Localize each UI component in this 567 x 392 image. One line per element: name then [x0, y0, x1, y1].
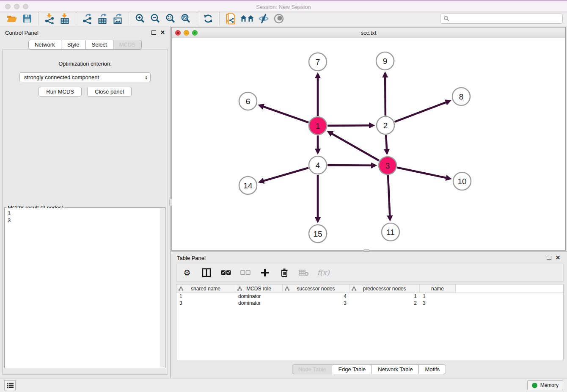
column-header-name[interactable]: name — [420, 284, 456, 293]
tab-node-table[interactable]: Node Table — [292, 364, 333, 374]
delete-button[interactable] — [279, 267, 290, 278]
graph-node-14[interactable]: 14 — [239, 177, 257, 194]
table-panel-tabs: Node TableEdge TableNetwork TableMotifs — [171, 364, 567, 374]
magnifier-plus-icon — [135, 13, 146, 24]
open-session-button[interactable] — [5, 12, 19, 25]
column-header-successor-nodes[interactable]: successor nodes — [283, 284, 350, 293]
graph-edge-3-1[interactable] — [328, 132, 379, 160]
graph-node-8[interactable]: 8 — [452, 88, 470, 105]
graph-edge-4-3[interactable] — [328, 165, 375, 166]
add-button[interactable] — [259, 267, 270, 278]
table-cell[interactable]: 2 — [350, 300, 420, 306]
zoom-out-button[interactable] — [149, 12, 162, 25]
graph-node-6[interactable]: 6 — [239, 92, 257, 110]
export-network-button[interactable] — [80, 12, 94, 25]
zoom-fit-button[interactable] — [164, 12, 177, 25]
graph-edge-1-6[interactable] — [259, 105, 308, 123]
graph-node-2[interactable]: 2 — [377, 116, 394, 134]
zoom-selected-button[interactable] — [179, 12, 193, 25]
graph-node-9[interactable]: 9 — [376, 52, 394, 70]
graph-node-7[interactable]: 7 — [309, 53, 327, 71]
deselect-all-rows-button[interactable] — [240, 267, 251, 278]
svg-text:2: 2 — [383, 121, 388, 130]
table-cell[interactable]: 4 — [283, 293, 350, 300]
tab-network[interactable]: Network — [28, 40, 61, 50]
graph-node-11[interactable]: 11 — [382, 223, 399, 241]
table-row[interactable]: 3dominator323 — [176, 300, 563, 306]
graph-node-3[interactable]: 3 — [379, 157, 396, 174]
tab-edge-table[interactable]: Edge Table — [332, 364, 372, 374]
search-input[interactable] — [450, 16, 560, 22]
graph-edge-1-2[interactable] — [328, 125, 373, 126]
table-cell[interactable]: 1 — [176, 293, 235, 300]
toggle-columns-button[interactable] — [201, 267, 212, 278]
criterion-selected-value: strongly connected component — [24, 74, 99, 80]
table-cell[interactable]: 3 — [283, 300, 350, 306]
graph-edge-4-14[interactable] — [260, 168, 308, 182]
save-session-button[interactable] — [20, 12, 34, 25]
import-table-button[interactable] — [58, 12, 72, 25]
graph-edge-3-11[interactable] — [388, 175, 390, 220]
mcds-result-scrollbar[interactable] — [160, 208, 165, 367]
import-network-icon — [44, 13, 55, 24]
node-table-body: 1dominator4113dominator323 — [176, 293, 563, 306]
select-all-rows-button[interactable] — [220, 267, 231, 278]
vertical-splitter-handle[interactable] — [169, 199, 172, 206]
refresh-button[interactable] — [201, 12, 215, 25]
function-builder-button-disabled[interactable]: f(x) — [318, 267, 329, 278]
close-panel-button[interactable]: Close panel — [87, 87, 132, 97]
run-mcds-button[interactable]: Run MCDS — [39, 87, 82, 97]
graph-edge-3-10[interactable] — [397, 168, 450, 179]
graph-edge-2-3[interactable] — [386, 135, 387, 153]
svg-text:8: 8 — [459, 92, 464, 101]
tab-motifs[interactable]: Motifs — [418, 364, 446, 374]
mcds-result-item[interactable]: 3 — [8, 217, 160, 224]
float-panel-icon[interactable] — [151, 30, 156, 35]
export-table-icon — [97, 13, 108, 24]
memory-button[interactable]: Memory — [527, 380, 563, 390]
homes-button[interactable] — [239, 12, 255, 25]
column-header-predecessor-nodes[interactable]: predecessor nodes — [350, 284, 420, 293]
table-cell[interactable]: 1 — [350, 293, 420, 300]
criterion-select[interactable]: strongly connected component ▲▼ — [19, 72, 151, 82]
graph-node-15[interactable]: 15 — [309, 225, 327, 243]
float-table-panel-icon[interactable] — [547, 256, 551, 260]
graph-node-1[interactable]: 1 — [309, 117, 327, 135]
show-all-button[interactable] — [272, 12, 286, 25]
table-cell[interactable]: 3 — [176, 300, 235, 306]
table-cell[interactable]: 1 — [420, 293, 456, 300]
document-network-icon — [225, 13, 236, 25]
close-panel-icon[interactable]: ✕ — [160, 30, 165, 35]
close-table-panel-icon[interactable]: ✕ — [556, 256, 560, 260]
tab-style[interactable]: Style — [61, 40, 86, 50]
table-row[interactable]: 1dominator411 — [176, 293, 563, 300]
svg-text:15: 15 — [313, 229, 322, 238]
delete-table-button-disabled[interactable] — [298, 267, 309, 278]
table-cell[interactable]: 3 — [420, 300, 456, 306]
graph-edge-2-9[interactable] — [385, 73, 385, 116]
network-canvas[interactable]: 7968124314101511 — [172, 38, 565, 250]
network-title: scc.txt — [172, 28, 565, 38]
column-header-MCDS-role[interactable]: MCDS role — [235, 284, 283, 293]
mcds-result-item[interactable]: 1 — [8, 210, 160, 217]
tab-mcds[interactable]: MCDS — [113, 40, 142, 50]
export-image-button[interactable] — [111, 12, 124, 25]
panel-menu-button[interactable] — [4, 380, 16, 390]
table-settings-button[interactable]: ⚙ — [182, 267, 193, 278]
network-window-titlebar[interactable]: ✕ − + scc.txt — [172, 28, 565, 38]
tab-select[interactable]: Select — [85, 40, 113, 50]
hide-panels-button[interactable] — [257, 12, 270, 25]
mcds-result-list[interactable]: 13 — [5, 208, 160, 367]
network-from-file-button[interactable] — [224, 12, 237, 25]
import-network-button[interactable] — [43, 12, 56, 25]
zoom-in-button[interactable] — [133, 12, 147, 25]
graph-node-4[interactable]: 4 — [309, 156, 327, 174]
column-header-shared-name[interactable]: shared name — [176, 284, 235, 293]
chevron-updown-icon: ▲▼ — [145, 75, 148, 80]
tab-network-table[interactable]: Network Table — [372, 364, 419, 374]
graph-node-10[interactable]: 10 — [453, 172, 471, 190]
table-cell[interactable]: dominator — [235, 300, 283, 306]
export-table-button[interactable] — [96, 12, 109, 25]
graph-edge-2-8[interactable] — [395, 101, 450, 122]
table-cell[interactable]: dominator — [235, 293, 283, 300]
